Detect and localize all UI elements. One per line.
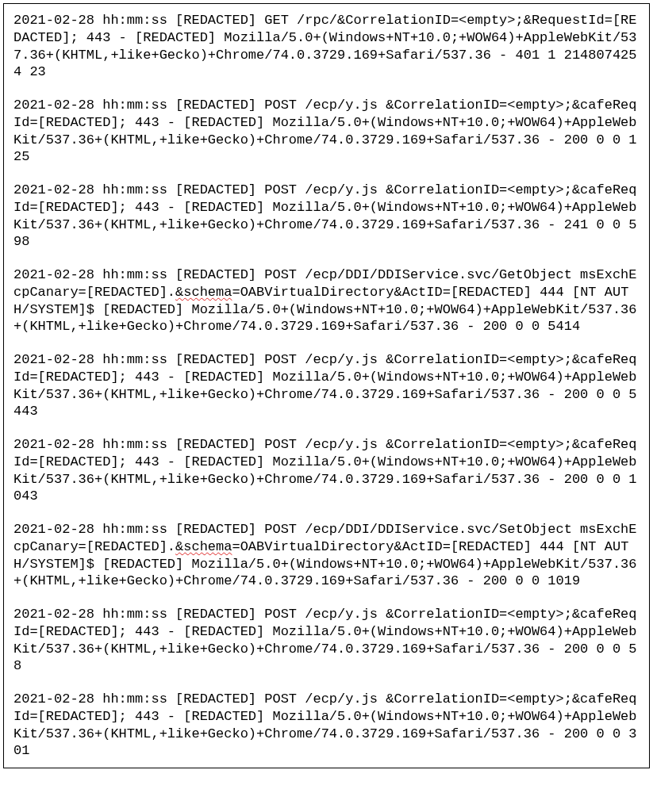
log-text: 2021-02-28 hh:mm:ss [REDACTED] GET /rpc/…: [13, 13, 637, 79]
log-entry: 2021-02-28 hh:mm:ss [REDACTED] POST /ecp…: [13, 691, 640, 760]
log-entry: 2021-02-28 hh:mm:ss [REDACTED] POST /ecp…: [13, 266, 640, 335]
log-entry: 2021-02-28 hh:mm:ss [REDACTED] GET /rpc/…: [13, 12, 640, 81]
log-entry: 2021-02-28 hh:mm:ss [REDACTED] POST /ecp…: [13, 606, 640, 675]
log-entry: 2021-02-28 hh:mm:ss [REDACTED] POST /ecp…: [13, 97, 640, 166]
log-container: 2021-02-28 hh:mm:ss [REDACTED] GET /rpc/…: [3, 3, 650, 768]
log-text: 2021-02-28 hh:mm:ss [REDACTED] POST /ecp…: [13, 352, 637, 419]
log-entry: 2021-02-28 hh:mm:ss [REDACTED] POST /ecp…: [13, 436, 640, 505]
log-text: 2021-02-28 hh:mm:ss [REDACTED] POST /ecp…: [13, 607, 637, 673]
log-entry: 2021-02-28 hh:mm:ss [REDACTED] POST /ecp…: [13, 182, 640, 251]
log-text: 2021-02-28 hh:mm:ss [REDACTED] POST /ecp…: [13, 182, 637, 249]
error-mark: &schema: [175, 285, 232, 300]
log-text: 2021-02-28 hh:mm:ss [REDACTED] POST /ecp…: [13, 437, 637, 504]
log-text: 2021-02-28 hh:mm:ss [REDACTED] POST /ecp…: [13, 691, 637, 758]
log-text: 2021-02-28 hh:mm:ss [REDACTED] POST /ecp…: [13, 98, 637, 164]
log-entry: 2021-02-28 hh:mm:ss [REDACTED] POST /ecp…: [13, 521, 640, 590]
error-mark: &schema: [175, 539, 232, 554]
log-entry: 2021-02-28 hh:mm:ss [REDACTED] POST /ecp…: [13, 351, 640, 420]
